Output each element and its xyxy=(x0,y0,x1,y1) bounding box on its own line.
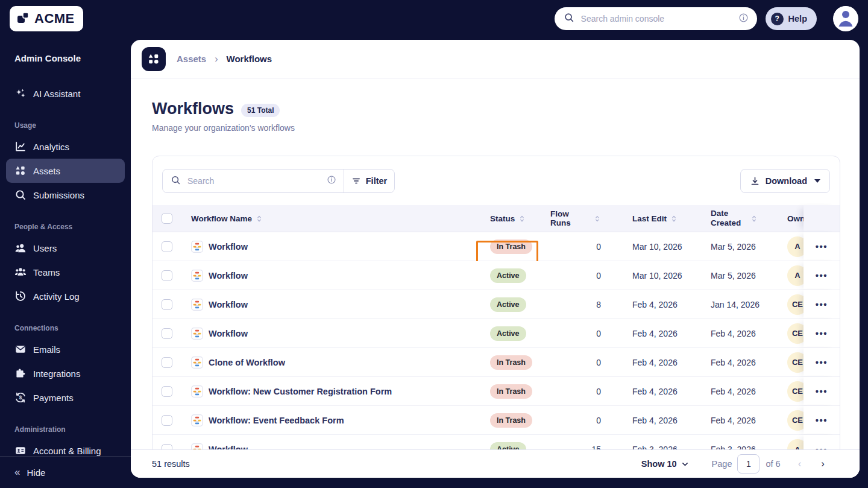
sidebar-item-label: AI Assistant xyxy=(33,89,80,99)
sidebar-item-label: Emails xyxy=(33,344,60,355)
workflow-icon xyxy=(191,328,203,340)
status-badge: Active xyxy=(490,326,526,341)
workflows-table: Filter Download Workflow Name xyxy=(152,156,840,464)
row-checkbox[interactable] xyxy=(162,386,172,397)
breadcrumb-parent[interactable]: Assets xyxy=(177,54,206,64)
row-checkbox[interactable] xyxy=(162,328,172,339)
status-badge: Active xyxy=(490,268,526,283)
row-menu-button[interactable]: ••• xyxy=(816,241,828,252)
table-body: WorkflowIn Trash0Mar 10, 2026Mar 5, 2026… xyxy=(153,232,840,464)
sidebar-item-label: Assets xyxy=(33,166,60,176)
workflow-icon xyxy=(191,270,203,282)
sort-icon xyxy=(750,214,758,223)
breadcrumb: Assets › Workflows xyxy=(131,40,860,78)
total-count-badge: 51 Total xyxy=(241,104,280,117)
column-header-flow-runs[interactable]: Flow Runs xyxy=(550,209,603,227)
select-all-checkbox[interactable] xyxy=(162,213,172,224)
user-avatar[interactable] xyxy=(833,6,858,31)
question-icon: ? xyxy=(771,13,784,25)
row-menu-button[interactable]: ••• xyxy=(816,415,828,425)
sidebar-item-teams[interactable]: Teams xyxy=(6,260,125,284)
row-checkbox[interactable] xyxy=(162,415,172,426)
download-button[interactable]: Download xyxy=(740,169,830,193)
account-billing-icon xyxy=(14,445,27,456)
sidebar-item-activity-log[interactable]: Activity Log xyxy=(6,284,125,308)
sparkles-icon xyxy=(14,87,27,100)
sidebar-item-label: Analytics xyxy=(33,142,69,152)
assets-icon xyxy=(14,165,27,177)
status-badge: In Trash xyxy=(490,413,532,428)
row-checkbox[interactable] xyxy=(162,299,172,310)
sidebar-nav: Admin Console AI Assistant UsageAnalytic… xyxy=(0,37,131,456)
table-search[interactable] xyxy=(163,170,344,192)
acme-logo-icon xyxy=(16,10,30,27)
workflow-name-link[interactable]: Workflow xyxy=(209,271,248,280)
table-search-input[interactable] xyxy=(186,176,321,186)
search-icon xyxy=(564,12,574,25)
table-row: Workflow: Event Feedback FormIn Trash0Fe… xyxy=(153,406,840,435)
acme-logo[interactable]: ACME xyxy=(10,6,83,31)
sidebar-item-analytics[interactable]: Analytics xyxy=(6,135,125,159)
sidebar-item-emails[interactable]: Emails xyxy=(6,337,125,361)
row-menu-button[interactable]: ••• xyxy=(816,357,828,367)
row-checkbox[interactable] xyxy=(162,270,172,281)
flow-runs-value: 0 xyxy=(550,271,603,280)
workflow-name-link[interactable]: Clone of Workflow xyxy=(209,358,285,367)
hide-sidebar-button[interactable]: « Hide xyxy=(0,456,131,488)
row-menu-button[interactable]: ••• xyxy=(816,328,828,338)
sidebar-item-payments[interactable]: $Payments xyxy=(6,385,125,410)
sidebar-item-submissions[interactable]: Submissions xyxy=(6,183,125,207)
workflow-name-link[interactable]: Workflow xyxy=(209,329,248,338)
sidebar-title: Admin Console xyxy=(0,37,131,63)
row-checkbox[interactable] xyxy=(162,357,172,368)
row-menu-button[interactable]: ••• xyxy=(816,270,828,280)
sidebar-item-users[interactable]: Users xyxy=(6,236,125,260)
last-edit-value: Feb 4, 2026 xyxy=(603,387,699,396)
sidebar-item-label: Payments xyxy=(33,393,74,403)
page-of-label: of 6 xyxy=(766,459,780,469)
breadcrumb-current: Workflows xyxy=(227,54,272,64)
status-badge: In Trash xyxy=(490,355,532,370)
workflow-name-link[interactable]: Workflow: New Customer Registration Form xyxy=(209,387,392,396)
payments-icon: $ xyxy=(14,391,27,404)
date-created-value: Feb 4, 2026 xyxy=(699,416,787,425)
workflow-icon xyxy=(191,299,203,311)
sidebar-item-integrations[interactable]: Integrations xyxy=(6,361,125,385)
flow-runs-value: 8 xyxy=(550,300,603,309)
sidebar-section-label: People & Access xyxy=(14,223,116,231)
last-edit-value: Feb 4, 2026 xyxy=(603,300,699,309)
sidebar-item-assets[interactable]: Assets xyxy=(6,159,125,183)
flow-runs-value: 0 xyxy=(550,387,603,396)
row-checkbox[interactable] xyxy=(162,241,172,252)
workflow-name-link[interactable]: Workflow xyxy=(209,300,248,309)
row-menu-button[interactable]: ••• xyxy=(816,299,828,309)
help-button[interactable]: ? Help xyxy=(766,7,817,30)
sidebar-item-account-billing[interactable]: Account & Billing xyxy=(6,439,125,456)
sidebar-item-label: Account & Billing xyxy=(33,446,101,456)
sort-icon xyxy=(256,214,263,223)
status-badge: Active xyxy=(490,297,526,312)
last-edit-value: Feb 4, 2026 xyxy=(603,416,699,425)
admin-search-input[interactable] xyxy=(580,13,733,24)
results-count: 51 results xyxy=(152,459,190,469)
last-edit-value: Feb 4, 2026 xyxy=(603,358,699,367)
next-page-button[interactable]: › xyxy=(821,458,825,470)
admin-search[interactable] xyxy=(555,7,757,30)
sidebar-item-ai-assistant[interactable]: AI Assistant xyxy=(6,81,125,106)
row-menu-button[interactable]: ••• xyxy=(816,386,828,396)
sidebar-section-label: Connections xyxy=(14,324,116,332)
column-header-name[interactable]: Workflow Name xyxy=(181,214,490,223)
workflow-name-link[interactable]: Workflow: Event Feedback Form xyxy=(209,416,344,425)
column-header-last-edit[interactable]: Last Edit xyxy=(603,214,699,223)
date-created-value: Feb 4, 2026 xyxy=(699,329,787,338)
activity-log-icon xyxy=(14,290,27,302)
column-header-status[interactable]: Status xyxy=(490,214,550,223)
workflow-name-link[interactable]: Workflow xyxy=(209,242,248,252)
filter-button[interactable]: Filter xyxy=(344,170,394,192)
flow-runs-value: 0 xyxy=(550,416,603,425)
page-number-input[interactable] xyxy=(737,454,760,474)
column-header-date-created[interactable]: Date Created xyxy=(699,209,787,228)
page-size-select[interactable]: Show 10 xyxy=(641,459,689,469)
last-edit-value: Mar 10, 2026 xyxy=(603,242,699,252)
previous-page-button[interactable]: ‹ xyxy=(798,458,802,470)
